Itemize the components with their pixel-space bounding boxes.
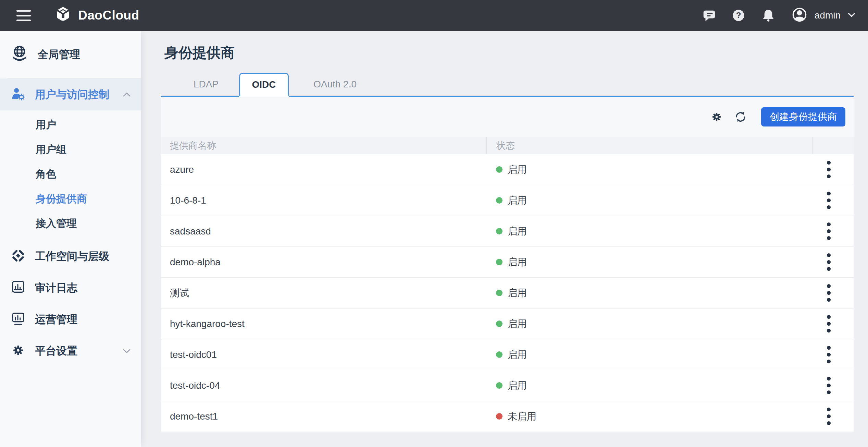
column-header-actions (812, 137, 854, 154)
chevron-down-icon (847, 12, 856, 19)
status-label: 启用 (508, 348, 527, 361)
table-row: test-oidc-04 启用 (161, 370, 854, 401)
sidebar-item-label: 审计日志 (35, 281, 77, 295)
table-row: azure 启用 (161, 154, 854, 185)
gear-icon (10, 342, 26, 360)
provider-name: 测试 (161, 278, 486, 308)
sidebar-item-users[interactable]: 用户 (0, 112, 141, 137)
status-label: 启用 (508, 317, 527, 330)
sidebar-item-label: 工作空间与层级 (35, 249, 109, 264)
sidebar-item-audit-logs[interactable]: 审计日志 (0, 272, 141, 304)
status-label: 启用 (508, 256, 527, 269)
status-label: 启用 (508, 225, 527, 238)
sidebar-item-operations-management[interactable]: 运营管理 (0, 304, 141, 335)
settings-gear-icon[interactable] (710, 110, 723, 124)
sidebar-item-global-management[interactable]: 全局管理 (0, 31, 141, 78)
sidebar-item-identity-providers[interactable]: 身份提供商 (0, 186, 141, 211)
tab-oauth2[interactable]: OAuth 2.0 (289, 73, 381, 96)
provider-name: demo-alpha (161, 247, 486, 277)
status-dot (496, 290, 503, 296)
topbar-actions: ? admin (702, 7, 856, 24)
row-actions-kebab-icon[interactable] (824, 251, 833, 274)
row-actions-kebab-icon[interactable] (824, 312, 833, 335)
sidebar-item-user-groups[interactable]: 用户组 (0, 137, 141, 162)
sidebar-item-workspace-hierarchy[interactable]: 工作空间与层级 (0, 241, 141, 272)
chevron-down-icon (123, 349, 131, 354)
status-label: 启用 (508, 194, 527, 207)
row-actions-kebab-icon[interactable] (824, 343, 833, 366)
brand-name: DaoCloud (78, 8, 139, 23)
sidebar-sublist: 用户 用户组 角色 身份提供商 接入管理 (0, 110, 141, 241)
user-menu[interactable]: admin (791, 7, 856, 24)
sidebar-item-roles[interactable]: 角色 (0, 162, 141, 186)
table-row: demo-alpha 启用 (161, 247, 854, 278)
workspace-diamond-icon (10, 248, 26, 265)
help-icon[interactable]: ? (732, 9, 745, 22)
table-row: test-oidc01 启用 (161, 339, 854, 370)
audit-log-icon (10, 279, 26, 297)
svg-text:?: ? (736, 11, 741, 20)
table-row: demo-test1 未启用 (161, 401, 854, 432)
tab-oidc[interactable]: OIDC (239, 73, 289, 96)
avatar-icon (791, 7, 808, 24)
table-row: sadsaasd 启用 (161, 216, 854, 247)
tab-bar: LDAP OIDC OAuth 2.0 (161, 73, 854, 97)
status-dot (496, 321, 503, 327)
provider-name: test-oidc-04 (161, 370, 486, 401)
refresh-icon[interactable] (734, 110, 747, 124)
tab-ldap[interactable]: LDAP (173, 73, 239, 96)
topbar: DaoCloud ? (0, 0, 868, 31)
bell-icon[interactable] (761, 8, 776, 23)
provider-name: sadsaasd (161, 216, 486, 246)
sidebar-group-label: 用户与访问控制 (35, 87, 109, 102)
status-dot (496, 259, 503, 265)
chat-icon[interactable] (702, 8, 716, 23)
status-label: 未启用 (508, 410, 536, 423)
globe-icon (10, 45, 29, 64)
provider-name: azure (161, 154, 486, 185)
sidebar-group-user-access-control[interactable]: 用户与访问控制 (0, 78, 141, 110)
daocloud-cube-icon (53, 5, 73, 26)
table-header: 提供商名称 状态 (161, 137, 854, 154)
status-label: 启用 (508, 163, 527, 176)
sidebar-item-label: 平台设置 (35, 344, 77, 358)
row-actions-kebab-icon[interactable] (824, 374, 833, 397)
row-actions-kebab-icon[interactable] (824, 405, 833, 428)
table-row: hyt-kangaroo-test 启用 (161, 309, 854, 339)
table-row: 10-6-8-1 启用 (161, 185, 854, 216)
tab-panel: 创建身份提供商 提供商名称 状态 azure 启用 10-6-8-1 启用 sa… (161, 97, 854, 432)
column-header-status: 状态 (486, 137, 812, 154)
row-actions-kebab-icon[interactable] (824, 158, 833, 181)
status-dot (496, 197, 503, 204)
table-row: 测试 启用 (161, 278, 854, 309)
page-title: 身份提供商 (164, 43, 854, 62)
provider-name: 10-6-8-1 (161, 185, 486, 216)
provider-name: demo-test1 (161, 401, 486, 432)
user-gear-icon (10, 86, 26, 103)
sidebar-item-label: 全局管理 (38, 47, 80, 62)
sidebar-item-label: 运营管理 (35, 312, 77, 327)
status-label: 启用 (508, 287, 527, 300)
row-actions-kebab-icon[interactable] (824, 281, 833, 304)
row-actions-kebab-icon[interactable] (824, 189, 833, 212)
sidebar-item-access-management[interactable]: 接入管理 (0, 211, 141, 236)
brand-logo[interactable]: DaoCloud (53, 5, 139, 26)
create-identity-provider-button[interactable]: 创建身份提供商 (761, 107, 845, 126)
username-label: admin (815, 10, 841, 21)
main-content: 身份提供商 LDAP OIDC OAuth 2.0 (141, 31, 868, 447)
provider-name: test-oidc01 (161, 339, 486, 370)
table-toolbar: 创建身份提供商 (161, 97, 854, 137)
status-dot (496, 382, 503, 389)
status-dot (496, 413, 503, 420)
status-label: 启用 (508, 379, 527, 392)
chevron-up-icon (123, 92, 131, 97)
column-header-provider-name: 提供商名称 (161, 137, 486, 154)
row-actions-kebab-icon[interactable] (824, 220, 833, 243)
status-dot (496, 228, 503, 234)
sidebar: 全局管理 用户与访问控制 (0, 31, 141, 447)
status-dot (496, 166, 503, 173)
menu-icon[interactable] (16, 10, 31, 21)
sidebar-item-platform-settings[interactable]: 平台设置 (0, 335, 141, 367)
operations-chart-icon (10, 311, 26, 328)
status-dot (496, 351, 503, 358)
